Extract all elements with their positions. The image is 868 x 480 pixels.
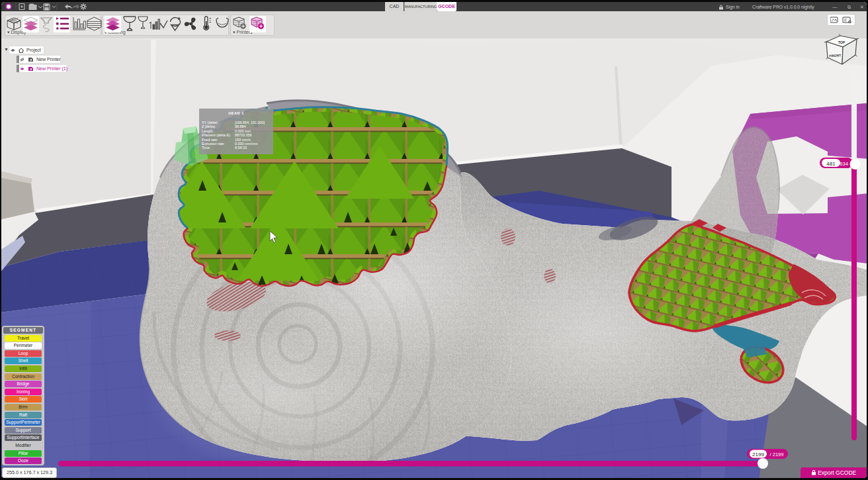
- svg-text:/ 634: / 634: [837, 161, 848, 167]
- svg-text:/ 2199: / 2199: [770, 452, 784, 457]
- svg-text:TOP: TOP: [838, 40, 846, 44]
- svg-text:2199: 2199: [752, 452, 764, 457]
- svg-text:481: 481: [826, 161, 836, 167]
